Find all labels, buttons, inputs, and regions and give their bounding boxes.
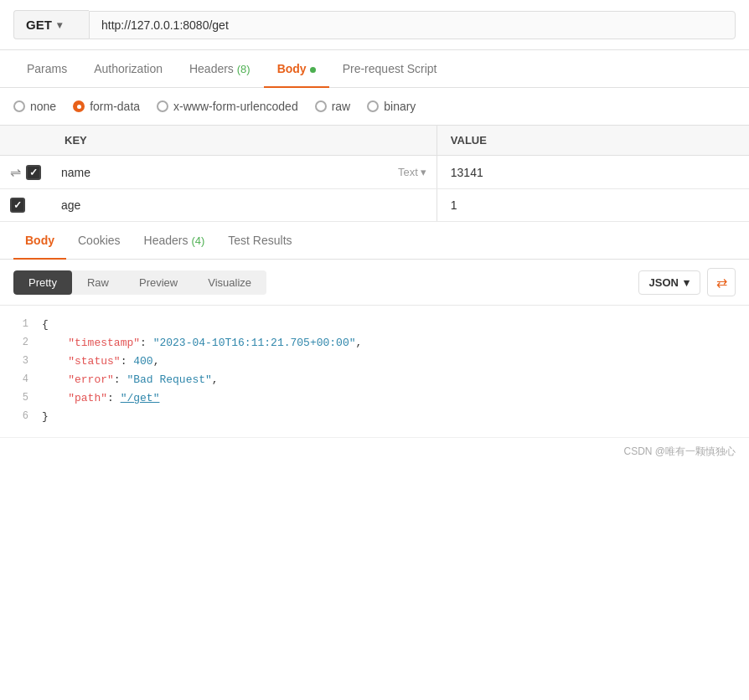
tab-headers[interactable]: Headers (8): [176, 50, 264, 87]
view-toolbar: Pretty Raw Preview Visualize JSON ▾ ⇄: [0, 260, 749, 306]
radio-none-circle: [13, 100, 25, 112]
col-value-header: VALUE: [436, 126, 749, 156]
url-bar: GET ▾: [0, 0, 749, 50]
view-tab-pretty[interactable]: Pretty: [13, 270, 72, 295]
radio-none-label: none: [30, 100, 56, 113]
wrap-button[interactable]: ⇄: [707, 268, 736, 296]
radio-form-data-circle: [73, 100, 85, 112]
format-select[interactable]: JSON ▾: [638, 270, 700, 295]
radio-urlencoded[interactable]: x-www-form-urlencoded: [157, 100, 298, 113]
code-line-1: 1 {: [0, 316, 749, 334]
row1-controls: ⇌: [0, 156, 51, 189]
code-block: 1 { 2 "timestamp": "2023-04-10T16:11:21.…: [0, 306, 749, 437]
tab-pre-request-script[interactable]: Pre-request Script: [329, 50, 451, 87]
url-input[interactable]: [89, 11, 736, 39]
radio-form-data-label: form-data: [90, 100, 140, 113]
radio-form-data[interactable]: form-data: [73, 100, 140, 113]
row1-value[interactable]: 13141: [436, 156, 749, 189]
body-active-dot: [310, 67, 316, 73]
tab-body[interactable]: Body: [264, 50, 329, 87]
code-line-4: 4 "error": "Bad Request",: [0, 371, 749, 389]
request-tabs: Params Authorization Headers (8) Body Pr…: [0, 50, 749, 88]
line-5-content: "path": "/get": [42, 389, 749, 408]
view-tabs: Pretty Raw Preview Visualize: [13, 270, 266, 295]
line-num-5: 5: [0, 389, 42, 406]
radio-binary[interactable]: binary: [367, 100, 416, 113]
radio-urlencoded-circle: [157, 100, 168, 112]
table-row: ⇌ name Text ▾ 13141: [0, 156, 749, 189]
format-label: JSON: [649, 276, 679, 289]
code-line-3: 3 "status": 400,: [0, 353, 749, 371]
response-section: Body Cookies Headers (4) Test Results Pr…: [0, 222, 749, 466]
response-tabs: Body Cookies Headers (4) Test Results: [0, 222, 749, 260]
line-num-6: 6: [0, 408, 42, 425]
resp-tab-cookies[interactable]: Cookies: [66, 222, 132, 259]
radio-raw-circle: [315, 100, 327, 112]
line-num-2: 2: [0, 334, 42, 351]
resp-tab-headers[interactable]: Headers (4): [132, 222, 217, 259]
row2-checkbox[interactable]: [10, 198, 25, 213]
radio-binary-circle: [367, 100, 379, 112]
line-2-content: "timestamp": "2023-04-10T16:11:21.705+00…: [42, 334, 749, 353]
format-chevron-icon: ▾: [684, 276, 690, 289]
line-3-content: "status": 400,: [42, 353, 749, 371]
row2-value[interactable]: 1: [436, 189, 749, 222]
table-row: age 1: [0, 189, 749, 222]
line-num-1: 1: [0, 316, 42, 332]
body-type-row: none form-data x-www-form-urlencoded raw…: [0, 88, 749, 126]
method-chevron-icon: ▾: [57, 19, 62, 31]
line-4-content: "error": "Bad Request",: [42, 371, 749, 389]
method-label: GET: [26, 18, 52, 32]
line-num-3: 3: [0, 353, 42, 369]
line-6-content: }: [42, 408, 749, 426]
row2-controls: [0, 189, 51, 222]
watermark: CSDN @唯有一颗慎独心: [0, 437, 749, 466]
view-tab-visualize[interactable]: Visualize: [193, 270, 266, 295]
code-line-5: 5 "path": "/get": [0, 389, 749, 408]
row1-key-cell: name Text ▾: [51, 156, 436, 189]
line-num-4: 4: [0, 371, 42, 388]
row2-key: age: [61, 198, 80, 212]
radio-raw-label: raw: [332, 100, 351, 113]
row1-key: name: [61, 166, 90, 179]
view-tab-preview[interactable]: Preview: [124, 270, 193, 295]
tab-params[interactable]: Params: [13, 50, 80, 87]
col-controls-header: [0, 126, 51, 156]
radio-binary-label: binary: [384, 100, 416, 113]
radio-urlencoded-label: x-www-form-urlencoded: [173, 100, 298, 113]
resp-tab-test-results[interactable]: Test Results: [216, 222, 303, 259]
filter-icon[interactable]: ⇌: [10, 164, 21, 180]
radio-raw[interactable]: raw: [315, 100, 351, 113]
row1-checkbox[interactable]: [26, 165, 41, 180]
code-line-6: 6 }: [0, 408, 749, 426]
form-data-table: KEY VALUE ⇌ name Text ▾ 13141: [0, 126, 749, 222]
row2-key-cell: age: [51, 189, 436, 222]
col-key-header: KEY: [51, 126, 436, 156]
view-tab-raw[interactable]: Raw: [72, 270, 124, 295]
resp-tab-body[interactable]: Body: [13, 222, 66, 259]
tab-authorization[interactable]: Authorization: [80, 50, 176, 87]
radio-none[interactable]: none: [13, 100, 56, 113]
method-select[interactable]: GET ▾: [13, 10, 89, 39]
code-line-2: 2 "timestamp": "2023-04-10T16:11:21.705+…: [0, 334, 749, 353]
row1-type[interactable]: Text ▾: [398, 166, 426, 178]
line-1-content: {: [42, 316, 749, 334]
